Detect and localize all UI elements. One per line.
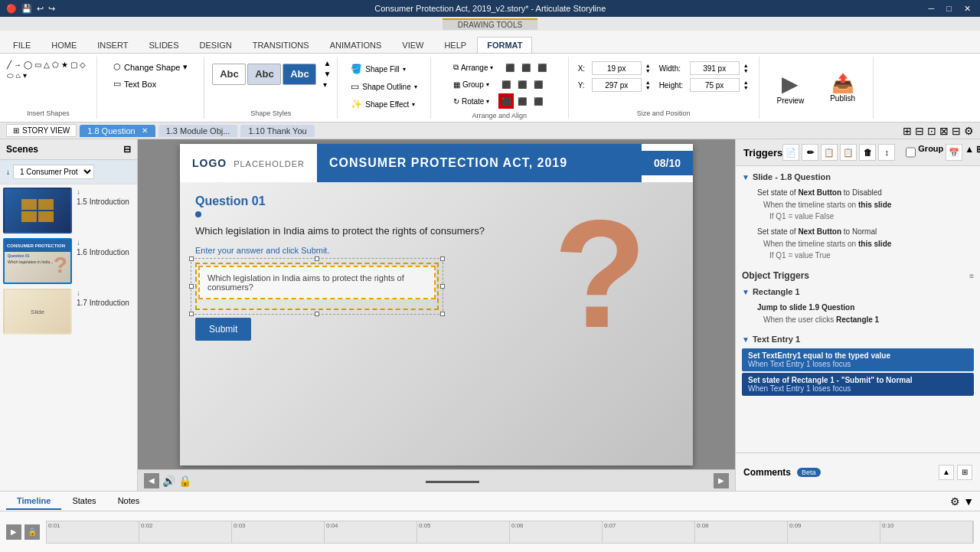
nav-next[interactable]: ▶	[714, 473, 729, 488]
shape-styles-down[interactable]: ▼	[322, 69, 332, 79]
quick-access-save[interactable]: 💾	[21, 4, 32, 14]
distribute-v[interactable]: ⬛	[514, 93, 530, 109]
comment-icon-2[interactable]: ⊞	[957, 465, 972, 480]
triggers-expand[interactable]: ⊞	[976, 144, 980, 161]
y-input[interactable]	[592, 78, 642, 92]
publish-btn[interactable]: 📤 Publish	[823, 69, 862, 106]
shape-triangle[interactable]: △	[43, 60, 51, 70]
textentry1-trigger-2[interactable]: Set state of Rectangle 1 - "Submit" to N…	[742, 373, 974, 396]
trigger-icon-3[interactable]: 📋	[821, 144, 838, 161]
triggers-collapse[interactable]: ▲	[965, 144, 974, 161]
textentry1-header[interactable]: ▼ Text Entry 1	[739, 332, 977, 347]
align-left[interactable]: ⬛	[502, 60, 518, 75]
slide-tab-2[interactable]: 1.3 Module Obj...	[158, 125, 238, 137]
tl-lock-btn[interactable]: 🔒	[24, 524, 40, 540]
tl-play-btn[interactable]: ▶	[6, 524, 21, 540]
trigger-icon-4[interactable]: 📋	[840, 144, 857, 161]
slide-tab-1-close[interactable]: ✕	[142, 126, 148, 135]
shape-outline-btn[interactable]: ▭ Shape Outline ▾	[347, 79, 420, 94]
shape-diamond[interactable]: ◇	[79, 60, 87, 70]
tab-home[interactable]: HOME	[41, 37, 87, 53]
align-top[interactable]: ⬛	[498, 77, 514, 92]
scene-dropdown[interactable]: 1 Consumer Prot	[13, 165, 94, 179]
x-up[interactable]: ▲	[645, 63, 652, 68]
settings-icon[interactable]: ⚙	[964, 125, 974, 137]
shape-fill-btn[interactable]: 🪣 Shape Fill ▾	[347, 61, 420, 77]
shape-outline-dropdown[interactable]: ▾	[414, 83, 417, 90]
height-up[interactable]: ▲	[743, 80, 750, 85]
tab-view[interactable]: VIEW	[392, 37, 433, 53]
slide-thumb-17[interactable]: Slide ↓ 1.7 Introduction	[3, 289, 134, 335]
view-icon-3[interactable]: ⊡	[927, 125, 936, 137]
handle-tr[interactable]	[440, 256, 445, 261]
timeline-tab-timeline[interactable]: Timeline	[6, 493, 61, 510]
tab-help[interactable]: HELP	[434, 37, 476, 53]
shape-style-1[interactable]: Abc	[212, 64, 246, 85]
shape-oval[interactable]: ⬭	[6, 70, 15, 81]
tab-format[interactable]: FORMAT	[477, 37, 532, 53]
audio-icon[interactable]: 🔊	[162, 475, 175, 487]
align-bottom[interactable]: ⬛	[531, 77, 546, 92]
height-input[interactable]	[690, 78, 740, 92]
align-center-v[interactable]: ⬛	[514, 77, 530, 92]
minimize-btn[interactable]: ─	[926, 4, 938, 14]
lock-icon[interactable]: 🔒	[178, 475, 191, 487]
group-dropdown[interactable]: ▾	[486, 81, 489, 88]
align-center-h[interactable]: ⬛	[518, 60, 534, 75]
rotate-btn[interactable]: ↻ Rotate ▾	[449, 95, 494, 108]
shape-star[interactable]: ★	[60, 60, 69, 70]
width-up[interactable]: ▲	[743, 63, 750, 68]
change-shape-dropdown[interactable]: ▾	[183, 62, 188, 72]
tab-transitions[interactable]: TRANSITIONS	[243, 37, 319, 53]
preview-btn[interactable]: ▶ Preview	[770, 67, 812, 109]
handle-tl[interactable]	[189, 256, 194, 261]
shape-rounded[interactable]: ▢	[70, 60, 78, 70]
shape-fill-dropdown[interactable]: ▾	[403, 66, 406, 73]
distribute-h[interactable]: ⬛	[498, 93, 514, 109]
trigger-icon-5[interactable]: 🗑	[859, 144, 876, 161]
timeline-icon-1[interactable]: ⚙	[950, 495, 960, 508]
shape-rect[interactable]: ▭	[34, 60, 42, 70]
shape-styles-up[interactable]: ▲	[322, 58, 332, 68]
view-icon-2[interactable]: ⊟	[915, 125, 924, 137]
handle-mr[interactable]	[440, 284, 445, 289]
trigger-section-slide-header[interactable]: ▼ Slide - 1.8 Question	[739, 169, 977, 185]
shape-style-3[interactable]: Abc	[283, 64, 316, 85]
timeline-tab-notes[interactable]: Notes	[107, 493, 151, 510]
timeline-tab-states[interactable]: States	[61, 493, 106, 510]
trigger-icon-6[interactable]: ↕	[878, 144, 895, 161]
timeline-icon-2[interactable]: ▼	[963, 495, 974, 508]
nav-prev[interactable]: ◀	[144, 473, 159, 488]
trigger-icon-1[interactable]: 📄	[782, 144, 799, 161]
shape-pentagon[interactable]: ⬠	[51, 60, 60, 70]
text-box-btn[interactable]: ▭ Text Box	[108, 77, 193, 91]
trigger-icon-2[interactable]: ✏	[802, 144, 818, 161]
scenes-collapse-icon[interactable]: ⊟	[123, 144, 131, 155]
tab-design[interactable]: DESIGN	[190, 37, 242, 53]
rotate-dropdown[interactable]: ▾	[486, 98, 489, 105]
slide-tab-3[interactable]: 1.10 Thank You	[240, 125, 314, 137]
text-entry-wrapper[interactable]: Which legislation in India aims to prote…	[195, 263, 439, 310]
shape-styles-more[interactable]: ▾	[322, 80, 332, 90]
x-down[interactable]: ▼	[645, 68, 652, 73]
handle-bm[interactable]	[315, 312, 319, 316]
tab-insert[interactable]: INSERT	[87, 37, 138, 53]
submit-button[interactable]: Submit	[195, 318, 251, 341]
text-entry-box[interactable]: Which legislation in India aims to prote…	[198, 266, 436, 299]
tab-file[interactable]: FILE	[3, 37, 41, 53]
tab-animations[interactable]: ANIMATIONS	[320, 37, 392, 53]
tab-slides[interactable]: SLIDES	[139, 37, 188, 53]
group-checkbox[interactable]	[906, 144, 916, 161]
view-icon-4[interactable]: ⊠	[939, 125, 949, 137]
shape-arrow[interactable]: →	[13, 60, 22, 70]
view-icon-1[interactable]: ⊞	[903, 125, 912, 137]
slide-thumb-16[interactable]: CONSUMER PROTECTION Question 01 Which le…	[3, 238, 134, 284]
shape-effect-btn[interactable]: ✨ Shape Effect ▾	[347, 96, 420, 112]
height-down[interactable]: ▼	[743, 85, 750, 90]
x-input[interactable]	[592, 61, 642, 75]
comment-icon-1[interactable]: ▲	[939, 465, 954, 480]
width-down[interactable]: ▼	[743, 68, 750, 73]
view-icon-5[interactable]: ⊟	[952, 125, 961, 137]
shape-more[interactable]: ▾	[22, 70, 28, 81]
shape-circle[interactable]: ◯	[23, 60, 33, 70]
